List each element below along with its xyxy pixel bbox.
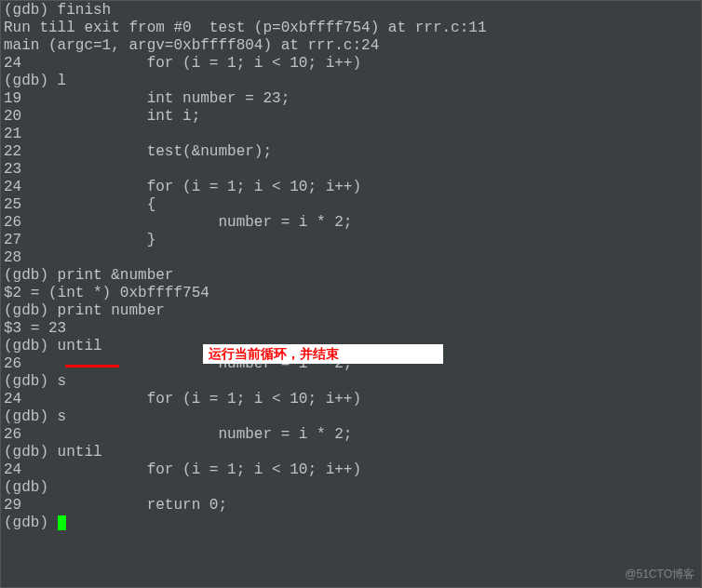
terminal-line: $2 = (int *) 0xbffff754 [4,285,698,302]
terminal-line: 19 int number = 23; [4,90,698,108]
terminal-line: $3 = 23 [4,320,698,338]
terminal-line: 27 } [4,232,698,249]
terminal-line: (gdb) l [4,73,698,90]
terminal-line: 29 return 0; [4,497,698,514]
terminal-line: 22 test(&number); [4,143,698,161]
terminal-line: (gdb) [4,514,698,532]
terminal-line: (gdb) print number [4,302,698,320]
terminal-line: 24 for (i = 1; i < 10; i++) [4,179,698,196]
terminal-line: (gdb) until [4,444,698,461]
cursor [58,515,66,530]
terminal-line: main (argc=1, argv=0xbffff804) at rrr.c:… [4,37,698,55]
terminal-line: 25 { [4,196,698,214]
terminal-line: (gdb) print &number [4,267,698,285]
terminal-line: 24 for (i = 1; i < 10; i++) [4,55,698,73]
terminal-line: 26 number = i * 2; [4,426,698,444]
annotation-underline [65,365,119,368]
terminal-line: 21 [4,126,698,143]
terminal-line: (gdb) [4,479,698,497]
terminal-output: (gdb) finishRun till exit from #0 test (… [0,0,702,534]
annotation-arrow [0,534,702,588]
terminal-line: 28 [4,249,698,267]
terminal-line: 20 int i; [4,108,698,126]
annotation-label: 运行当前循环，并结束 [203,344,443,364]
terminal-line: 26 number = i * 2; [4,214,698,232]
terminal-line: Run till exit from #0 test (p=0xbffff754… [4,20,698,37]
watermark: @51CTO博客 [625,567,695,582]
terminal-line: 23 [4,161,698,179]
terminal-line: (gdb) s [4,373,698,391]
terminal-line: (gdb) s [4,408,698,426]
terminal-line: 24 for (i = 1; i < 10; i++) [4,461,698,479]
terminal-line: 24 for (i = 1; i < 10; i++) [4,391,698,408]
terminal-line: (gdb) finish [4,2,698,20]
